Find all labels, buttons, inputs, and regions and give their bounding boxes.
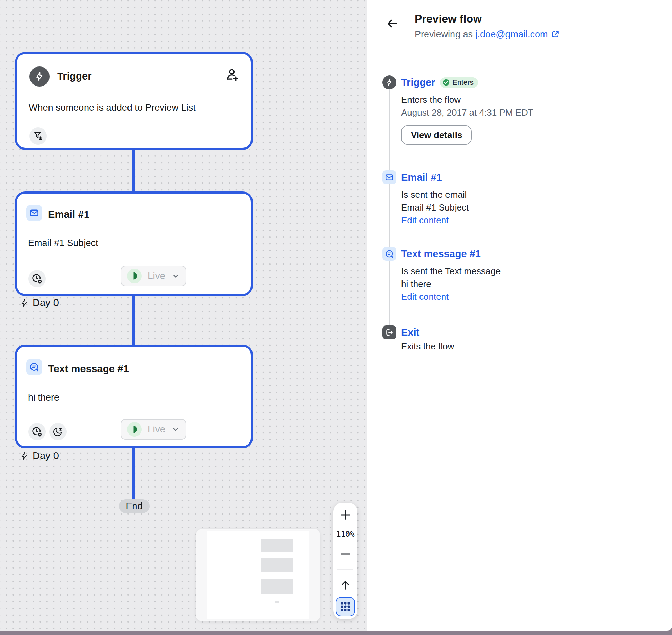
trigger-node-card[interactable]: Trigger When someone is added to Preview…	[15, 52, 253, 150]
canvas-minimap[interactable]	[196, 529, 320, 621]
email-edit-content-link[interactable]: Edit content	[401, 214, 469, 227]
live-status-icon	[127, 422, 142, 437]
check-circle-icon	[442, 79, 450, 86]
app-window: Trigger When someone is added to Preview…	[0, 0, 672, 631]
step-exit-title[interactable]: Exit	[401, 327, 419, 338]
back-button[interactable]	[384, 16, 400, 31]
panel-title: Preview flow	[415, 12, 482, 25]
step-text-title[interactable]: Text message #1	[401, 248, 481, 260]
email-node-card[interactable]: Email #1 Email #1 Subject Live	[15, 191, 253, 296]
minimap-node	[261, 539, 293, 552]
minimap-node	[261, 558, 293, 572]
grid-dots-icon	[339, 600, 352, 613]
email-status-dropdown[interactable]: Live	[121, 266, 186, 286]
panel-header: Preview flow Previewing as j.doe@gmail.c…	[367, 0, 672, 62]
trigger-step-timestamp: August 28, 2017 at 4:31 PM EDT	[401, 106, 533, 119]
minimap-node	[261, 579, 293, 594]
trigger-node-body: When someone is added to Preview List	[29, 102, 196, 113]
email-node-title: Email #1	[48, 209, 89, 220]
minimap-viewport	[207, 531, 309, 619]
zoom-level-label: 110%	[333, 530, 357, 538]
step-email-title[interactable]: Email #1	[401, 172, 442, 183]
step-trigger: Trigger Enters Enters the flow August 28…	[382, 75, 533, 145]
text-message-node-card[interactable]: Text message #1 hi there	[15, 345, 253, 448]
minimap-node	[275, 601, 279, 603]
external-link-icon[interactable]	[551, 29, 560, 39]
sms-icon	[26, 359, 42, 375]
connector-text-end	[132, 447, 135, 501]
step-text-message: Text message #1 Is sent the Text message…	[382, 247, 501, 303]
enters-badge: Enters	[440, 77, 478, 88]
step-trigger-title[interactable]: Trigger	[401, 77, 435, 88]
back-arrow-icon	[385, 17, 399, 30]
email-icon	[26, 205, 42, 221]
chevron-down-icon	[171, 425, 180, 434]
email-day-label: Day 0	[20, 297, 59, 308]
connector-trigger-email	[132, 148, 135, 193]
trigger-step-line1: Enters the flow	[401, 93, 533, 106]
toolbar-divider	[337, 569, 353, 570]
email-icon	[382, 170, 396, 184]
chevron-down-icon	[171, 271, 180, 280]
view-details-button[interactable]: View details	[401, 125, 472, 145]
flow-canvas[interactable]: Trigger When someone is added to Preview…	[0, 0, 367, 631]
trigger-node-title: Trigger	[57, 71, 92, 82]
zoom-out-button[interactable]	[338, 546, 353, 562]
connector-email-text	[132, 294, 135, 346]
text-status-dropdown[interactable]: Live	[121, 419, 186, 440]
text-step-line2: hi there	[401, 278, 501, 290]
trigger-icon	[382, 75, 396, 89]
text-step-line1: Is sent the Text message	[401, 265, 501, 278]
exit-icon	[382, 325, 396, 339]
canvas-toolbar: 110%	[333, 503, 357, 619]
text-status-label: Live	[148, 424, 166, 435]
step-email: Email #1 Is sent the email Email #1 Subj…	[382, 170, 469, 227]
text-day-label: Day 0	[20, 450, 59, 462]
lightning-icon	[20, 298, 29, 307]
add-person-icon[interactable]	[225, 68, 239, 82]
preview-flow-panel: Preview flow Previewing as j.doe@gmail.c…	[367, 0, 672, 631]
text-node-title: Text message #1	[48, 363, 129, 375]
previewing-as-line: Previewing as j.doe@gmail.com	[415, 29, 560, 40]
email-step-line1: Is sent the email	[401, 188, 469, 201]
smart-sending-clock-icon	[28, 423, 46, 440]
zoom-in-button[interactable]	[338, 507, 353, 522]
sms-icon	[382, 247, 396, 261]
scroll-to-top-button[interactable]	[338, 578, 353, 593]
email-status-label: Live	[148, 270, 166, 281]
live-status-icon	[127, 268, 142, 284]
preview-email-link[interactable]: j.doe@gmail.com	[476, 29, 548, 39]
flow-end-pill: End	[119, 499, 150, 513]
quiet-hours-moon-icon	[49, 423, 67, 440]
email-node-body: Email #1 Subject	[28, 238, 98, 249]
previewing-as-prefix: Previewing as	[415, 29, 476, 39]
exit-step-line1: Exits the flow	[401, 340, 454, 353]
step-exit: Exit Exits the flow	[382, 325, 454, 353]
grid-view-button[interactable]	[336, 597, 355, 616]
text-edit-content-link[interactable]: Edit content	[401, 290, 501, 303]
lightning-icon	[20, 451, 29, 460]
smart-sending-clock-icon	[28, 270, 46, 287]
email-step-line2: Email #1 Subject	[401, 201, 469, 214]
trigger-filter-icon	[29, 127, 47, 145]
text-node-body: hi there	[28, 392, 59, 403]
trigger-icon	[29, 66, 50, 87]
